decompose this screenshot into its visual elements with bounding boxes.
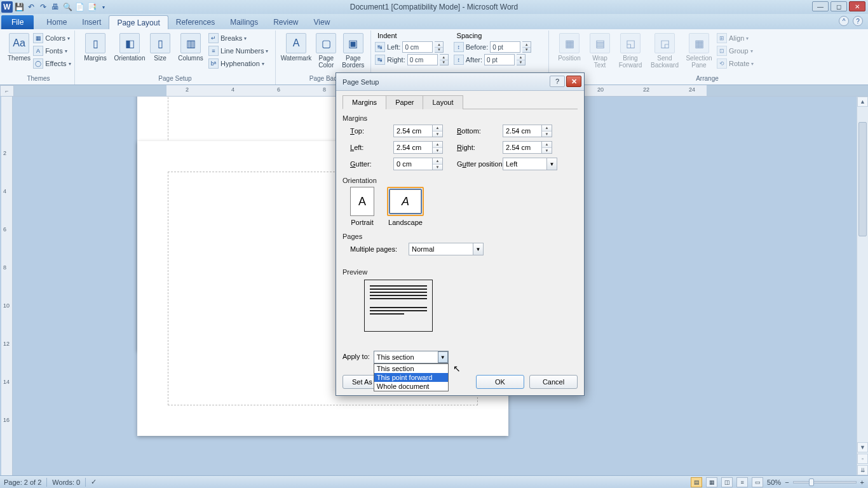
zoom-in-button[interactable]: + <box>860 478 864 486</box>
qat-icon-1[interactable]: 📄 <box>74 1 85 13</box>
page-color-button[interactable]: ▢Page Color <box>314 32 339 70</box>
hyphenation-icon: bª <box>208 58 219 69</box>
orientation-landscape[interactable]: A Landscape <box>387 187 424 226</box>
margin-right-input[interactable]: ▲▼ <box>503 141 557 154</box>
tab-insert[interactable]: Insert <box>74 15 109 29</box>
ribbon-minimize-icon[interactable]: ^ <box>839 16 849 26</box>
group-button[interactable]: ⊡Group▾ <box>717 44 754 57</box>
tab-home[interactable]: Home <box>39 15 74 29</box>
ok-button[interactable]: OK <box>476 375 524 389</box>
dialog-title-bar[interactable]: Page Setup ? ✕ <box>336 73 584 91</box>
apply-to-option-this-point-forward[interactable]: This point forward <box>374 373 448 382</box>
status-zoom[interactable]: 50% <box>767 478 781 486</box>
dialog-help-button[interactable]: ? <box>550 76 565 87</box>
indent-right-input[interactable]: 0 cm <box>407 54 438 65</box>
send-backward-button[interactable]: ◲Send Backward <box>648 32 681 70</box>
view-draft-icon[interactable]: ▭ <box>752 477 763 487</box>
dialog-tab-paper[interactable]: Paper <box>386 95 423 109</box>
tab-review[interactable]: Review <box>266 15 306 29</box>
qat-icon-2[interactable]: 📑 <box>86 1 97 13</box>
scroll-down-icon[interactable]: ▼ <box>857 442 868 452</box>
theme-colors-button[interactable]: ▦Colors▾ <box>33 32 71 44</box>
scroll-up-icon[interactable]: ▲ <box>857 97 868 107</box>
position-button[interactable]: ▦Position <box>553 32 586 63</box>
undo-icon[interactable]: ↶ <box>25 1 37 13</box>
watermark-button[interactable]: AWatermark <box>280 32 313 63</box>
gutter-position-select[interactable]: Left▼ <box>503 158 557 170</box>
tab-view[interactable]: View <box>306 15 338 29</box>
view-print-layout-icon[interactable]: ▤ <box>691 477 702 487</box>
browse-object-icon[interactable]: ◦ <box>857 454 868 464</box>
scroll-thumb[interactable] <box>858 122 867 236</box>
theme-fonts-button[interactable]: AFonts▾ <box>33 44 71 57</box>
align-button[interactable]: ⊞Align▾ <box>717 32 754 44</box>
columns-button[interactable]: ▥Columns <box>174 32 207 63</box>
dialog-tab-margins[interactable]: Margins <box>342 95 386 109</box>
size-button[interactable]: ▯Size <box>147 32 173 63</box>
margin-bottom-label: Bottom: <box>457 125 494 137</box>
theme-effects-button[interactable]: ◯Effects▾ <box>33 57 71 70</box>
orientation-portrait[interactable]: A Portrait <box>350 187 374 226</box>
vertical-scrollbar[interactable]: ▲ ▼ ◦ ⇊ <box>857 97 868 475</box>
tab-mailings[interactable]: Mailings <box>222 15 266 29</box>
print-icon[interactable]: 🖶 <box>50 1 61 13</box>
redo-icon[interactable]: ↷ <box>37 1 49 13</box>
multiple-pages-select[interactable]: Normal▼ <box>409 243 484 255</box>
line-numbers-button[interactable]: ≡Line Numbers▾ <box>208 44 268 57</box>
save-icon[interactable]: 💾 <box>13 1 25 13</box>
spacing-after-spinner[interactable]: ▲▼ <box>517 54 526 65</box>
dialog-tab-layout[interactable]: Layout <box>423 95 463 109</box>
dialog-title: Page Setup <box>342 78 379 86</box>
indent-left-spinner[interactable]: ▲▼ <box>435 41 444 53</box>
indent-left-icon: ↹ <box>375 42 385 52</box>
maximize-button[interactable]: ◻ <box>831 1 847 11</box>
ruler-corner[interactable]: ⌐ <box>0 85 14 97</box>
bring-forward-button[interactable]: ◱Bring Forward <box>614 32 647 70</box>
view-full-screen-icon[interactable]: ▦ <box>706 477 717 487</box>
breaks-button[interactable]: ↵Breaks▾ <box>208 32 268 44</box>
minimize-button[interactable]: — <box>812 1 829 11</box>
size-icon: ▯ <box>150 33 170 53</box>
spacing-after-input[interactable]: 0 pt <box>484 54 515 65</box>
vertical-ruler[interactable]: 246810121416 <box>1 97 13 475</box>
selection-pane-button[interactable]: ▦Selection Pane <box>682 32 715 70</box>
wrap-text-button[interactable]: ▤Wrap Text <box>587 32 613 70</box>
next-page-icon[interactable]: ⇊ <box>857 465 868 475</box>
zoom-out-button[interactable]: − <box>785 478 789 486</box>
status-words[interactable]: Words: 0 <box>52 478 80 486</box>
close-button[interactable]: ✕ <box>849 1 865 11</box>
margins-button[interactable]: ▯Margins <box>79 32 112 63</box>
dialog-close-button[interactable]: ✕ <box>566 76 581 87</box>
page-color-icon: ▢ <box>316 33 336 53</box>
help-icon[interactable]: ? <box>853 16 863 26</box>
margin-left-input[interactable]: ▲▼ <box>393 141 448 154</box>
themes-button[interactable]: Aa Themes <box>6 32 32 63</box>
indent-right-spinner[interactable]: ▲▼ <box>440 54 449 65</box>
hyphenation-button[interactable]: bªHyphenation▾ <box>208 57 268 70</box>
zoom-slider[interactable] <box>793 481 857 484</box>
preview-icon[interactable]: 🔍 <box>62 1 73 13</box>
tab-references[interactable]: References <box>168 15 222 29</box>
apply-to-dropdown: This section This point forward Whole do… <box>374 363 449 391</box>
view-outline-icon[interactable]: ≡ <box>736 477 748 487</box>
orientation-button[interactable]: ◧Orientation <box>113 32 146 63</box>
rotate-button[interactable]: ⟲Rotate▾ <box>717 57 754 70</box>
margin-top-input[interactable]: ▲▼ <box>393 125 448 137</box>
tab-page-layout[interactable]: Page Layout <box>109 15 168 29</box>
group-label-arrange: Arrange <box>553 75 862 83</box>
qat-dropdown-icon[interactable]: ▾ <box>98 1 109 13</box>
indent-left-input[interactable]: 0 cm <box>402 41 433 53</box>
cancel-button[interactable]: Cancel <box>529 375 578 389</box>
tab-file[interactable]: File <box>1 15 34 29</box>
apply-to-option-this-section[interactable]: This section <box>374 364 448 373</box>
page-borders-button[interactable]: ▣Page Borders <box>340 32 367 70</box>
status-page[interactable]: Page: 2 of 2 <box>4 478 41 486</box>
gutter-input[interactable]: ▲▼ <box>393 158 448 170</box>
status-proofing-icon[interactable]: ✓ <box>91 478 97 486</box>
spacing-before-input[interactable]: 0 pt <box>490 41 520 53</box>
view-web-icon[interactable]: ◫ <box>721 477 733 487</box>
spacing-before-spinner[interactable]: ▲▼ <box>522 41 531 53</box>
apply-to-select[interactable]: This section▼ <box>374 351 449 363</box>
margin-bottom-input[interactable]: ▲▼ <box>503 125 557 137</box>
apply-to-option-whole-document[interactable]: Whole document <box>374 382 448 391</box>
